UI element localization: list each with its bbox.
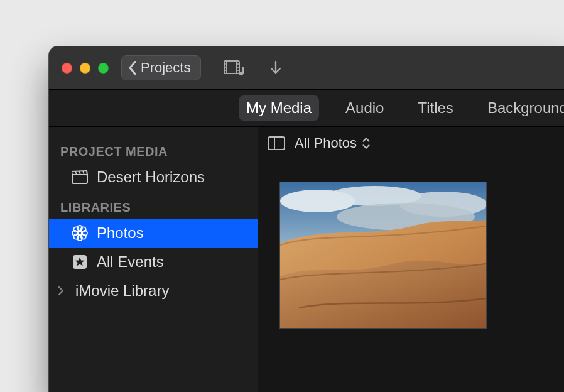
sidebar-item-imovie-library[interactable]: iMovie Library [49, 276, 258, 305]
thumbnail-grid [258, 160, 564, 392]
filmstrip-music-icon [224, 59, 245, 77]
tab-my-media[interactable]: My Media [239, 95, 319, 121]
media-import-button[interactable] [222, 56, 246, 80]
close-window-button[interactable] [62, 63, 72, 74]
sidebar-item-label: Photos [97, 224, 144, 242]
fullscreen-window-button[interactable] [98, 63, 109, 74]
minimize-window-button[interactable] [80, 63, 90, 74]
sidebar-item-label: Desert Horizons [97, 168, 205, 186]
titlebar: Projects [49, 46, 564, 90]
sidebar-item-project[interactable]: Desert Horizons [49, 163, 258, 192]
sidebar-panel-icon [268, 136, 285, 150]
media-thumbnail[interactable] [279, 182, 487, 329]
tab-backgrounds[interactable]: Backgrounds [480, 95, 564, 121]
tab-audio[interactable]: Audio [338, 95, 391, 121]
sidebar-section-project-media: PROJECT MEDIA [49, 136, 258, 163]
up-down-chevron-icon [362, 137, 371, 150]
sidebar-item-all-events[interactable]: All Events [49, 248, 258, 276]
media-tabs: My Media Audio Titles Backgrounds [49, 90, 564, 127]
chevron-left-icon [128, 61, 137, 75]
download-import-button[interactable] [264, 56, 288, 80]
sidebar-item-label: iMovie Library [75, 282, 169, 300]
content-header: All Photos [258, 127, 564, 160]
svg-rect-24 [268, 137, 285, 150]
chevron-right-icon [55, 286, 67, 295]
svg-point-14 [78, 231, 82, 235]
app-window: Projects [49, 46, 564, 392]
sidebar-item-label: All Events [97, 253, 164, 271]
star-box-icon [72, 254, 88, 270]
content-filter-select[interactable]: All Photos [295, 135, 371, 151]
sidebar: PROJECT MEDIA Desert Horizons LIBRARIES [49, 127, 258, 392]
desert-photo-thumbnail [280, 182, 486, 328]
clapperboard-icon [72, 169, 88, 185]
tab-titles[interactable]: Titles [410, 95, 460, 121]
download-arrow-icon [268, 59, 283, 77]
window-controls [62, 63, 109, 74]
content-area: All Photos [258, 127, 564, 392]
toggle-sidebar-button[interactable] [267, 135, 286, 151]
photos-flower-icon [72, 225, 88, 241]
sidebar-item-photos[interactable]: Photos [49, 219, 258, 248]
content-filter-label: All Photos [295, 135, 357, 151]
back-to-projects-button[interactable]: Projects [121, 55, 201, 80]
back-to-projects-label: Projects [141, 60, 190, 76]
sidebar-section-libraries: LIBRARIES [49, 192, 258, 219]
main-body: PROJECT MEDIA Desert Horizons LIBRARIES [49, 127, 564, 392]
svg-rect-10 [72, 175, 87, 183]
